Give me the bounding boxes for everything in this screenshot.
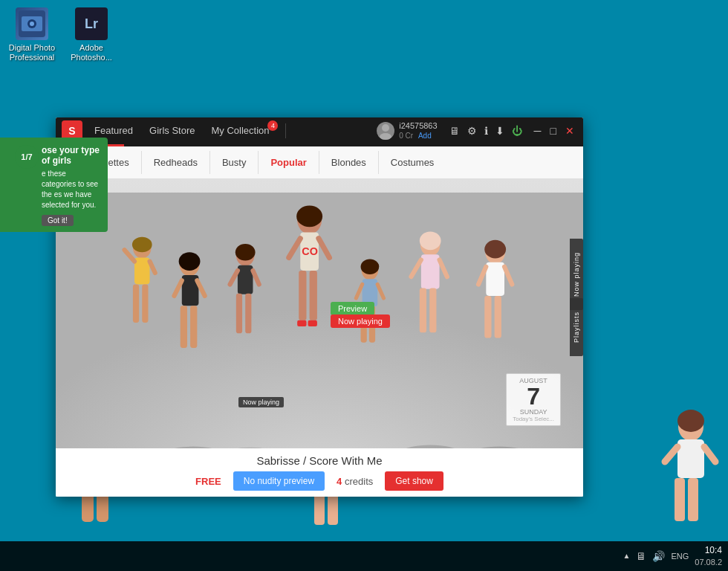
titlebar-icons: 🖥 ⚙ ℹ ⬇ ⏻: [449, 125, 522, 137]
close-button[interactable]: ✕: [562, 125, 577, 137]
outside-right-svg: [654, 406, 728, 540]
calendar-day: 7: [513, 384, 554, 408]
svg-point-37: [296, 205, 322, 227]
svg-point-5: [380, 133, 391, 140]
svg-rect-54: [484, 296, 491, 338]
now-playing-badge[interactable]: Now playing: [331, 314, 390, 328]
svg-point-3: [30, 22, 34, 26]
collection-badge: 4: [267, 120, 278, 131]
minimize-button[interactable]: ─: [531, 125, 545, 137]
user-avatar: [377, 122, 394, 140]
titlebar-divider: [285, 123, 286, 138]
svg-rect-46: [421, 254, 440, 288]
svg-rect-24: [245, 294, 251, 334]
lr-icon: Lr: [75, 7, 108, 40]
model-name: Sabrisse / Score With Me: [256, 454, 382, 467]
download-icon[interactable]: ⬇: [495, 125, 504, 137]
network-icon: 🖥: [636, 550, 646, 562]
got-it-button[interactable]: Got it!: [42, 215, 74, 226]
desktop-icons: Digital Photo Professional Lr Adobe Phot…: [6, 7, 117, 62]
user-id: i24575863: [399, 121, 437, 131]
tutorial-badge: 1/7: [15, 145, 39, 169]
calendar-weekday: SUNDAY: [513, 408, 554, 416]
svg-rect-83: [688, 478, 698, 521]
power-icon[interactable]: ⏻: [512, 125, 522, 137]
dpp-icon: [16, 7, 48, 40]
lr-label: Adobe Photosho...: [65, 43, 117, 62]
desktop: Digital Photo Professional Lr Adobe Phot…: [0, 0, 728, 571]
tutorial-body: e these categories to see the es we have…: [42, 169, 100, 210]
user-credits: 0 Cr Add: [399, 132, 437, 141]
svg-rect-82: [675, 478, 685, 521]
now-playing-side-label: Now playing: [238, 397, 284, 407]
cat-tab-blondes[interactable]: Blondes: [319, 151, 379, 174]
desktop-icon-lr[interactable]: Lr Adobe Photosho...: [65, 7, 117, 62]
svg-text:CO: CO: [302, 245, 318, 257]
svg-line-84: [665, 447, 677, 462]
taskbar-time: 10:4 07.08.2: [695, 545, 722, 567]
side-tab-playlists[interactable]: Playlists: [570, 298, 583, 356]
language-label: ENG: [671, 552, 689, 561]
svg-rect-48: [429, 288, 436, 333]
model-info-strip: Sabrisse / Score With Me FREE No nudity …: [56, 448, 583, 497]
svg-point-86: [677, 410, 704, 432]
cat-tab-popular[interactable]: Popular: [259, 151, 319, 174]
calendar-widget: AUGUST 7 SUNDAY Today's Selec...: [506, 373, 561, 426]
taskbar-right: ▲ 🖥 🔊 ENG 10:4 07.08.2: [623, 545, 722, 567]
svg-rect-9: [133, 284, 139, 322]
volume-icon[interactable]: 🔊: [652, 550, 665, 562]
settings-icon[interactable]: ⚙: [467, 125, 477, 137]
window-controls: ─ □ ✕: [531, 125, 577, 137]
model-actions: FREE No nudity preview 4 credits Get sho…: [195, 471, 443, 491]
cat-tab-costumes[interactable]: Costumes: [379, 151, 446, 174]
svg-point-58: [484, 240, 506, 259]
svg-point-4: [382, 124, 389, 132]
svg-rect-33: [297, 320, 306, 326]
svg-point-27: [235, 244, 256, 261]
title-bar: S Featured Girls Store My Collection 4: [56, 117, 583, 144]
svg-rect-32: [310, 271, 317, 320]
info-icon[interactable]: ℹ: [484, 125, 488, 137]
cat-tab-redheads[interactable]: Redheads: [142, 151, 210, 174]
desktop-icon-dpp[interactable]: Digital Photo Professional: [6, 7, 58, 62]
free-label: FREE: [195, 476, 221, 487]
get-show-button[interactable]: Get show: [385, 471, 443, 491]
no-nudity-button[interactable]: No nudity preview: [233, 471, 325, 491]
svg-line-85: [704, 447, 715, 462]
user-section: i24575863 0 Cr Add: [377, 121, 437, 140]
svg-point-20: [179, 252, 201, 271]
nav-tab-girls-store[interactable]: Girls Store: [142, 122, 202, 141]
svg-point-44: [361, 259, 380, 275]
svg-point-51: [420, 231, 441, 250]
svg-rect-81: [677, 439, 704, 478]
nav-tabs: Featured Girls Store My Collection 4: [87, 122, 276, 141]
dpp-label: Digital Photo Professional: [6, 43, 58, 62]
tutorial-title: ose your type of girls: [42, 145, 100, 166]
svg-rect-23: [236, 294, 242, 334]
svg-rect-31: [299, 271, 306, 320]
user-info: i24575863 0 Cr Add: [399, 121, 437, 140]
svg-rect-53: [486, 262, 504, 296]
content-area: CO: [56, 179, 583, 497]
active-tab-indicator: [56, 144, 583, 146]
models-display: CO: [56, 179, 583, 497]
svg-rect-22: [238, 265, 253, 294]
svg-rect-55: [495, 296, 501, 338]
add-credits-link[interactable]: Add: [418, 132, 432, 140]
app-window: S Featured Girls Store My Collection 4: [56, 117, 583, 497]
cat-tab-busty[interactable]: Busty: [210, 151, 259, 174]
monitor-icon[interactable]: 🖥: [449, 125, 460, 137]
svg-rect-47: [420, 288, 426, 333]
credits-label: 4 credits: [337, 476, 373, 487]
category-bar: ❯ Brunettes Redheads Busty Popular Blond…: [56, 146, 583, 179]
nav-tab-my-collection[interactable]: My Collection 4: [204, 122, 276, 141]
svg-rect-8: [134, 257, 150, 284]
svg-point-13: [132, 237, 152, 253]
svg-rect-16: [181, 306, 187, 348]
outside-figure-right: [654, 406, 728, 543]
calendar-sub: Today's Selec...: [513, 416, 554, 422]
maximize-button[interactable]: □: [547, 125, 559, 137]
show-hidden-icons[interactable]: ▲: [623, 552, 631, 560]
preview-badge[interactable]: Preview: [331, 302, 374, 315]
svg-rect-17: [190, 306, 197, 348]
